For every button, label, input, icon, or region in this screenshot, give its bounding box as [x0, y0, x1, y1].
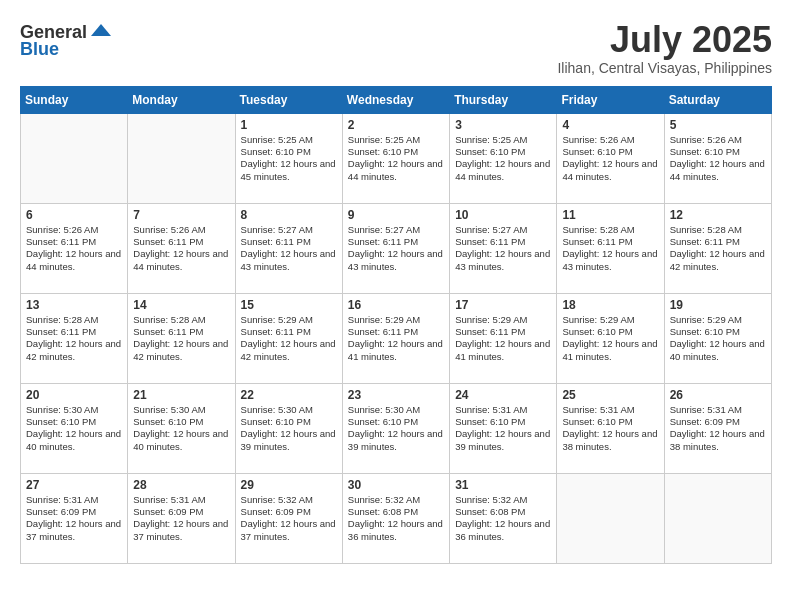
day-info: Sunrise: 5:27 AMSunset: 6:11 PMDaylight:…	[455, 224, 551, 273]
calendar-cell: 31Sunrise: 5:32 AMSunset: 6:08 PMDayligh…	[450, 473, 557, 563]
logo-icon	[89, 20, 113, 44]
day-number: 12	[670, 208, 766, 222]
day-number: 17	[455, 298, 551, 312]
calendar-cell: 23Sunrise: 5:30 AMSunset: 6:10 PMDayligh…	[342, 383, 449, 473]
day-number: 23	[348, 388, 444, 402]
week-row-1: 1Sunrise: 5:25 AMSunset: 6:10 PMDaylight…	[21, 113, 772, 203]
calendar-cell: 20Sunrise: 5:30 AMSunset: 6:10 PMDayligh…	[21, 383, 128, 473]
day-number: 1	[241, 118, 337, 132]
calendar-cell: 21Sunrise: 5:30 AMSunset: 6:10 PMDayligh…	[128, 383, 235, 473]
calendar-cell: 16Sunrise: 5:29 AMSunset: 6:11 PMDayligh…	[342, 293, 449, 383]
day-info: Sunrise: 5:30 AMSunset: 6:10 PMDaylight:…	[241, 404, 337, 453]
calendar-cell: 4Sunrise: 5:26 AMSunset: 6:10 PMDaylight…	[557, 113, 664, 203]
title-section: July 2025 Ilihan, Central Visayas, Phili…	[557, 20, 772, 76]
day-number: 31	[455, 478, 551, 492]
day-info: Sunrise: 5:28 AMSunset: 6:11 PMDaylight:…	[670, 224, 766, 273]
day-info: Sunrise: 5:31 AMSunset: 6:09 PMDaylight:…	[26, 494, 122, 543]
day-info: Sunrise: 5:31 AMSunset: 6:09 PMDaylight:…	[133, 494, 229, 543]
week-row-2: 6Sunrise: 5:26 AMSunset: 6:11 PMDaylight…	[21, 203, 772, 293]
week-row-4: 20Sunrise: 5:30 AMSunset: 6:10 PMDayligh…	[21, 383, 772, 473]
day-info: Sunrise: 5:26 AMSunset: 6:11 PMDaylight:…	[26, 224, 122, 273]
calendar-cell	[557, 473, 664, 563]
day-number: 18	[562, 298, 658, 312]
day-number: 20	[26, 388, 122, 402]
svg-marker-0	[91, 24, 111, 36]
column-header-thursday: Thursday	[450, 86, 557, 113]
calendar-cell: 26Sunrise: 5:31 AMSunset: 6:09 PMDayligh…	[664, 383, 771, 473]
calendar-cell: 25Sunrise: 5:31 AMSunset: 6:10 PMDayligh…	[557, 383, 664, 473]
calendar-cell: 18Sunrise: 5:29 AMSunset: 6:10 PMDayligh…	[557, 293, 664, 383]
day-number: 5	[670, 118, 766, 132]
column-header-wednesday: Wednesday	[342, 86, 449, 113]
day-number: 14	[133, 298, 229, 312]
day-info: Sunrise: 5:29 AMSunset: 6:10 PMDaylight:…	[562, 314, 658, 363]
calendar-cell: 13Sunrise: 5:28 AMSunset: 6:11 PMDayligh…	[21, 293, 128, 383]
day-info: Sunrise: 5:29 AMSunset: 6:11 PMDaylight:…	[241, 314, 337, 363]
day-number: 6	[26, 208, 122, 222]
day-info: Sunrise: 5:32 AMSunset: 6:08 PMDaylight:…	[348, 494, 444, 543]
calendar-cell: 19Sunrise: 5:29 AMSunset: 6:10 PMDayligh…	[664, 293, 771, 383]
day-info: Sunrise: 5:29 AMSunset: 6:11 PMDaylight:…	[455, 314, 551, 363]
calendar-cell	[128, 113, 235, 203]
day-info: Sunrise: 5:29 AMSunset: 6:10 PMDaylight:…	[670, 314, 766, 363]
column-header-tuesday: Tuesday	[235, 86, 342, 113]
calendar-cell: 24Sunrise: 5:31 AMSunset: 6:10 PMDayligh…	[450, 383, 557, 473]
day-info: Sunrise: 5:25 AMSunset: 6:10 PMDaylight:…	[241, 134, 337, 183]
calendar-cell: 14Sunrise: 5:28 AMSunset: 6:11 PMDayligh…	[128, 293, 235, 383]
day-number: 29	[241, 478, 337, 492]
column-header-monday: Monday	[128, 86, 235, 113]
day-info: Sunrise: 5:30 AMSunset: 6:10 PMDaylight:…	[26, 404, 122, 453]
day-info: Sunrise: 5:26 AMSunset: 6:10 PMDaylight:…	[670, 134, 766, 183]
column-header-sunday: Sunday	[21, 86, 128, 113]
calendar-cell: 8Sunrise: 5:27 AMSunset: 6:11 PMDaylight…	[235, 203, 342, 293]
logo-blue: Blue	[20, 40, 59, 58]
column-header-friday: Friday	[557, 86, 664, 113]
day-number: 8	[241, 208, 337, 222]
day-info: Sunrise: 5:26 AMSunset: 6:10 PMDaylight:…	[562, 134, 658, 183]
week-row-3: 13Sunrise: 5:28 AMSunset: 6:11 PMDayligh…	[21, 293, 772, 383]
day-number: 26	[670, 388, 766, 402]
calendar-cell: 3Sunrise: 5:25 AMSunset: 6:10 PMDaylight…	[450, 113, 557, 203]
calendar-cell: 22Sunrise: 5:30 AMSunset: 6:10 PMDayligh…	[235, 383, 342, 473]
calendar-cell: 11Sunrise: 5:28 AMSunset: 6:11 PMDayligh…	[557, 203, 664, 293]
calendar-cell: 2Sunrise: 5:25 AMSunset: 6:10 PMDaylight…	[342, 113, 449, 203]
calendar-table: SundayMondayTuesdayWednesdayThursdayFrid…	[20, 86, 772, 564]
calendar-cell	[664, 473, 771, 563]
calendar-cell: 30Sunrise: 5:32 AMSunset: 6:08 PMDayligh…	[342, 473, 449, 563]
day-number: 9	[348, 208, 444, 222]
day-info: Sunrise: 5:28 AMSunset: 6:11 PMDaylight:…	[26, 314, 122, 363]
day-number: 25	[562, 388, 658, 402]
week-row-5: 27Sunrise: 5:31 AMSunset: 6:09 PMDayligh…	[21, 473, 772, 563]
calendar-cell: 6Sunrise: 5:26 AMSunset: 6:11 PMDaylight…	[21, 203, 128, 293]
day-number: 22	[241, 388, 337, 402]
day-info: Sunrise: 5:25 AMSunset: 6:10 PMDaylight:…	[455, 134, 551, 183]
day-info: Sunrise: 5:30 AMSunset: 6:10 PMDaylight:…	[133, 404, 229, 453]
column-header-saturday: Saturday	[664, 86, 771, 113]
calendar-cell: 1Sunrise: 5:25 AMSunset: 6:10 PMDaylight…	[235, 113, 342, 203]
day-info: Sunrise: 5:32 AMSunset: 6:09 PMDaylight:…	[241, 494, 337, 543]
day-info: Sunrise: 5:31 AMSunset: 6:10 PMDaylight:…	[562, 404, 658, 453]
calendar-cell: 17Sunrise: 5:29 AMSunset: 6:11 PMDayligh…	[450, 293, 557, 383]
month-title: July 2025	[557, 20, 772, 60]
calendar-cell: 29Sunrise: 5:32 AMSunset: 6:09 PMDayligh…	[235, 473, 342, 563]
day-info: Sunrise: 5:25 AMSunset: 6:10 PMDaylight:…	[348, 134, 444, 183]
day-number: 16	[348, 298, 444, 312]
day-number: 11	[562, 208, 658, 222]
day-info: Sunrise: 5:27 AMSunset: 6:11 PMDaylight:…	[241, 224, 337, 273]
calendar-cell: 28Sunrise: 5:31 AMSunset: 6:09 PMDayligh…	[128, 473, 235, 563]
day-number: 7	[133, 208, 229, 222]
day-number: 15	[241, 298, 337, 312]
day-info: Sunrise: 5:32 AMSunset: 6:08 PMDaylight:…	[455, 494, 551, 543]
day-info: Sunrise: 5:26 AMSunset: 6:11 PMDaylight:…	[133, 224, 229, 273]
calendar-cell	[21, 113, 128, 203]
calendar-cell: 10Sunrise: 5:27 AMSunset: 6:11 PMDayligh…	[450, 203, 557, 293]
day-info: Sunrise: 5:27 AMSunset: 6:11 PMDaylight:…	[348, 224, 444, 273]
day-number: 2	[348, 118, 444, 132]
day-info: Sunrise: 5:29 AMSunset: 6:11 PMDaylight:…	[348, 314, 444, 363]
day-info: Sunrise: 5:30 AMSunset: 6:10 PMDaylight:…	[348, 404, 444, 453]
location-title: Ilihan, Central Visayas, Philippines	[557, 60, 772, 76]
calendar-cell: 15Sunrise: 5:29 AMSunset: 6:11 PMDayligh…	[235, 293, 342, 383]
day-number: 4	[562, 118, 658, 132]
day-info: Sunrise: 5:28 AMSunset: 6:11 PMDaylight:…	[562, 224, 658, 273]
day-number: 24	[455, 388, 551, 402]
